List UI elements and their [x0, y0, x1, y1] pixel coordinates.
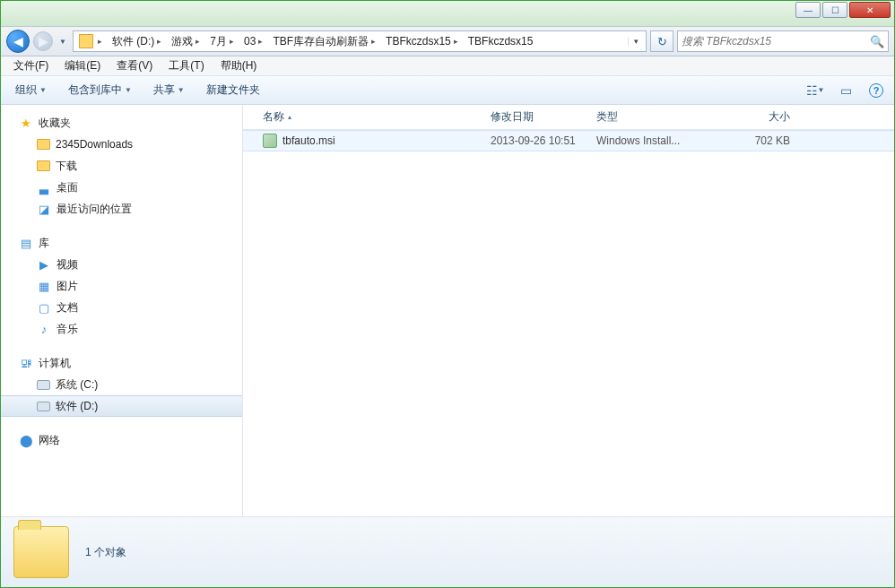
file-size: 702 KB	[717, 134, 797, 147]
refresh-button[interactable]: ↻	[650, 30, 673, 52]
column-size[interactable]: 大小	[717, 109, 797, 125]
sidebar-item[interactable]: 2345Downloads	[1, 134, 242, 155]
sidebar-item[interactable]: ▦图片	[1, 275, 242, 297]
sidebar-item[interactable]: ▃桌面	[1, 177, 242, 198]
pictures-icon: ▦	[37, 279, 51, 293]
menu-edit[interactable]: 编辑(E)	[57, 56, 108, 75]
nav-bar: ◀ ▶ ▼ ▸ 软件 (D:)▸ 游戏▸ 7月▸ 03▸ TBF库存自动刷新器▸…	[1, 26, 894, 56]
drive-icon	[37, 380, 50, 390]
preview-pane-button[interactable]: ▭	[835, 81, 856, 100]
column-type[interactable]: 类型	[589, 109, 717, 125]
sidebar-item[interactable]: 系统 (C:)	[1, 374, 242, 395]
video-icon: ▶	[37, 257, 51, 272]
network-icon: ⬤	[19, 433, 33, 447]
address-dropdown[interactable]: ▾	[628, 37, 644, 46]
documents-icon: ▢	[37, 300, 51, 315]
desktop-icon: ▃	[37, 180, 51, 195]
sidebar-item[interactable]: ▢文档	[1, 297, 242, 318]
new-folder-button[interactable]: 新建文件夹	[199, 80, 267, 100]
music-icon: ♪	[37, 322, 51, 336]
sidebar-computer[interactable]: 🖳计算机	[1, 352, 242, 374]
help-button[interactable]: ?	[865, 81, 887, 100]
menu-tools[interactable]: 工具(T)	[161, 56, 211, 75]
breadcrumb-seg[interactable]: TBFkczdsx15▸	[382, 31, 465, 51]
search-placeholder: 搜索 TBFkczdsx15	[682, 34, 771, 49]
nav-history-dropdown[interactable]: ▼	[56, 30, 69, 53]
navigation-pane: ★收藏夹 2345Downloads 下载 ▃桌面 ◪最近访问的位置 ▤库 ▶视…	[1, 105, 243, 516]
maximize-button[interactable]: ☐	[822, 2, 847, 18]
sort-indicator-icon: ▴	[288, 113, 291, 121]
search-input[interactable]: 搜索 TBFkczdsx15 🔍	[677, 30, 889, 52]
titlebar: — ☐ ✕	[1, 1, 894, 26]
sidebar-item[interactable]: ♪音乐	[1, 318, 242, 340]
sidebar-item-current-drive[interactable]: 软件 (D:)	[1, 395, 242, 417]
sidebar-libraries[interactable]: ▤库	[1, 232, 242, 254]
file-row[interactable]: tbfauto.msi 2013-09-26 10:51 Windows Ins…	[243, 130, 894, 151]
share-button[interactable]: 共享▼	[146, 80, 192, 100]
sidebar-item[interactable]: 下载	[1, 155, 242, 177]
breadcrumb-seg[interactable]: TBFkczdsx15	[465, 31, 537, 51]
breadcrumb-seg[interactable]: 7月▸	[206, 31, 240, 51]
drive-icon	[79, 34, 93, 48]
explorer-window: — ☐ ✕ ◀ ▶ ▼ ▸ 软件 (D:)▸ 游戏▸ 7月▸ 03▸ TBF库存…	[0, 0, 895, 588]
folder-icon	[13, 526, 69, 578]
view-options-button[interactable]: ☷ ▼	[804, 81, 826, 100]
library-icon: ▤	[19, 236, 33, 250]
computer-icon: 🖳	[19, 356, 33, 370]
msi-icon	[263, 134, 277, 148]
sidebar-item[interactable]: ▶视频	[1, 254, 242, 275]
drive-icon	[37, 402, 50, 411]
file-name: tbfauto.msi	[282, 134, 335, 147]
window-controls: — ☐ ✕	[795, 2, 891, 18]
organize-button[interactable]: 组织▼	[8, 80, 54, 100]
item-count: 1 个对象	[85, 545, 126, 560]
address-bar[interactable]: ▸ 软件 (D:)▸ 游戏▸ 7月▸ 03▸ TBF库存自动刷新器▸ TBFkc…	[73, 30, 647, 52]
folder-icon	[37, 139, 50, 150]
sidebar-network[interactable]: ⬤网络	[1, 429, 242, 451]
file-rows: tbfauto.msi 2013-09-26 10:51 Windows Ins…	[243, 130, 894, 516]
minimize-button[interactable]: —	[795, 2, 821, 18]
recent-icon: ◪	[37, 202, 51, 216]
column-headers: 名称▴ 修改日期 类型 大小	[243, 105, 894, 130]
sidebar-favorites[interactable]: ★收藏夹	[1, 112, 242, 134]
file-type: Windows Install...	[589, 134, 717, 147]
column-date[interactable]: 修改日期	[483, 109, 589, 125]
breadcrumb-seg[interactable]: 03▸	[240, 31, 269, 51]
file-date: 2013-09-26 10:51	[483, 134, 589, 147]
column-name[interactable]: 名称▴	[256, 109, 483, 125]
details-pane: 1 个对象	[1, 517, 894, 587]
folder-icon	[37, 160, 50, 171]
menu-view[interactable]: 查看(V)	[109, 56, 160, 75]
menu-help[interactable]: 帮助(H)	[213, 56, 265, 75]
breadcrumb-seg[interactable]: 软件 (D:)▸	[109, 31, 168, 51]
command-bar: 组织▼ 包含到库中▼ 共享▼ 新建文件夹 ☷ ▼ ▭ ?	[1, 76, 894, 105]
menu-bar: 文件(F) 编辑(E) 查看(V) 工具(T) 帮助(H)	[1, 56, 894, 76]
menu-file[interactable]: 文件(F)	[6, 56, 56, 75]
close-button[interactable]: ✕	[849, 2, 891, 18]
include-library-button[interactable]: 包含到库中▼	[61, 80, 139, 100]
explorer-body: ★收藏夹 2345Downloads 下载 ▃桌面 ◪最近访问的位置 ▤库 ▶视…	[1, 105, 894, 517]
breadcrumb-seg[interactable]: TBF库存自动刷新器▸	[269, 31, 382, 51]
search-icon: 🔍	[870, 35, 884, 48]
breadcrumb-seg[interactable]: 游戏▸	[168, 31, 206, 51]
file-list-pane: 名称▴ 修改日期 类型 大小 tbfauto.msi 2013-09-26 10…	[243, 105, 894, 516]
sidebar-item[interactable]: ◪最近访问的位置	[1, 198, 242, 220]
breadcrumb-root[interactable]: ▸	[75, 31, 109, 51]
forward-button[interactable]: ▶	[33, 31, 53, 51]
back-button[interactable]: ◀	[6, 30, 30, 53]
star-icon: ★	[19, 116, 33, 130]
